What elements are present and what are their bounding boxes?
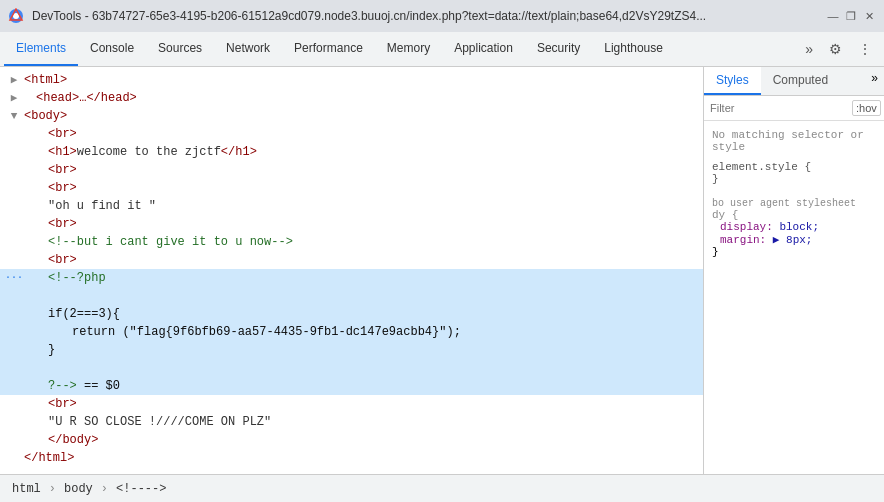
- dom-line[interactable]: <br>: [0, 125, 703, 143]
- dom-line[interactable]: "oh u find it ": [0, 197, 703, 215]
- dom-line-php-open[interactable]: ··· <!--?php: [0, 269, 703, 287]
- tab-styles[interactable]: Styles: [704, 67, 761, 95]
- tab-performance[interactable]: Performance: [282, 32, 375, 66]
- dom-line-gutter: ···: [4, 269, 24, 287]
- dom-line-php-end[interactable]: ?--> == $0: [0, 377, 703, 395]
- dom-line[interactable]: ▶ <head>…</head>: [0, 89, 703, 107]
- ua-prop1-value: block;: [779, 221, 819, 233]
- tab-network[interactable]: Network: [214, 32, 282, 66]
- ua-rule: dy { display: block; margin: ▶ 8px; }: [712, 209, 876, 258]
- dom-line-gutter: ▼: [4, 107, 24, 125]
- dom-line-content: ?--> == $0: [24, 377, 699, 395]
- tab-computed[interactable]: Computed: [761, 67, 840, 95]
- ua-header: bo user agent stylesheet: [712, 197, 876, 209]
- tabs-overflow-button[interactable]: »: [797, 41, 821, 57]
- ua-label: bo user agent stylesheet: [712, 198, 856, 209]
- dom-line-content: <br>: [24, 179, 699, 197]
- dom-line-content: <body>: [24, 107, 699, 125]
- styles-filter-bar: :hov .cls +: [704, 96, 884, 121]
- dom-line-blank[interactable]: [0, 287, 703, 305]
- tab-lighthouse[interactable]: Lighthouse: [592, 32, 675, 66]
- dom-line-content: <br>: [24, 251, 699, 269]
- statusbar-body[interactable]: body: [60, 482, 97, 496]
- ua-selector: dy {: [712, 209, 738, 221]
- dom-line-content: </html>: [24, 449, 699, 467]
- dom-line[interactable]: <br>: [0, 395, 703, 413]
- ua-prop2-value: ▶ 8px;: [773, 234, 813, 246]
- ua-rule-body: display: block; margin: ▶ 8px;: [720, 221, 876, 246]
- dom-line-content: <head>…</head>: [24, 89, 699, 107]
- dom-line-content: "oh u find it ": [24, 197, 699, 215]
- element-style-rule: element.style { }: [712, 161, 876, 185]
- ua-prop1-name: display:: [720, 221, 773, 233]
- dom-line[interactable]: <br>: [0, 251, 703, 269]
- more-options-button[interactable]: ⋮: [850, 41, 880, 57]
- chrome-icon: [8, 8, 24, 24]
- dom-line-php-close[interactable]: }: [0, 341, 703, 359]
- statusbar: html › body › <!---->: [0, 474, 884, 502]
- element-style-header: element.style {: [712, 161, 876, 173]
- styles-filter-input[interactable]: [710, 102, 848, 114]
- styles-panel: Styles Computed » :hov .cls + No matchin…: [704, 67, 884, 474]
- dom-line[interactable]: <h1>welcome to the zjctf</h1>: [0, 143, 703, 161]
- dom-line-gutter: ▶: [4, 89, 24, 107]
- styles-more-button[interactable]: »: [865, 67, 884, 95]
- dom-line-content: "U R SO CLOSE !////COME ON PLZ": [24, 413, 699, 431]
- filter-hov-button[interactable]: :hov: [852, 100, 881, 116]
- dom-line-content: return ("flag{9f6bfb69-aa57-4435-9fb1-dc…: [24, 323, 699, 341]
- dom-line-content: <h1>welcome to the zjctf</h1>: [24, 143, 699, 161]
- styles-tabs: Styles Computed »: [704, 67, 884, 96]
- dom-line-php[interactable]: if(2===3){: [0, 305, 703, 323]
- ua-prop2-name: margin:: [720, 234, 766, 246]
- statusbar-comment[interactable]: <!---->: [112, 482, 170, 496]
- dom-line-content: <br>: [24, 125, 699, 143]
- maximize-button[interactable]: ❐: [844, 9, 858, 23]
- devtools-main: ▶ <html> ▶ <head>…</head> ▼ <body> <br> …: [0, 67, 884, 474]
- tab-memory[interactable]: Memory: [375, 32, 442, 66]
- dom-line[interactable]: <!--but i cant give it to u now-->: [0, 233, 703, 251]
- close-button[interactable]: ✕: [862, 9, 876, 23]
- styles-content: No matching selector or style element.st…: [704, 121, 884, 474]
- tab-sources[interactable]: Sources: [146, 32, 214, 66]
- ua-close: }: [712, 246, 876, 258]
- dom-line-content: <br>: [24, 161, 699, 179]
- dom-line[interactable]: <br>: [0, 215, 703, 233]
- window-controls: — ❐ ✕: [826, 9, 876, 23]
- dom-line-content: <br>: [24, 395, 699, 413]
- dom-line-content: <!--?php: [24, 269, 699, 287]
- ua-prop-display: display: block;: [720, 221, 876, 233]
- minimize-button[interactable]: —: [826, 9, 840, 23]
- dom-line-content: <html>: [24, 71, 699, 89]
- tab-console[interactable]: Console: [78, 32, 146, 66]
- dom-line-content: if(2===3){: [24, 305, 699, 323]
- no-match-message: No matching selector or style: [712, 125, 876, 157]
- dom-line[interactable]: <br>: [0, 179, 703, 197]
- dom-line-gutter: ▶: [4, 71, 24, 89]
- devtools-tabs: Elements Console Sources Network Perform…: [0, 32, 884, 67]
- dom-line-content: <br>: [24, 215, 699, 233]
- dom-line-php-flag[interactable]: return ("flag{9f6bfb69-aa57-4435-9fb1-dc…: [0, 323, 703, 341]
- settings-button[interactable]: ⚙: [821, 41, 850, 57]
- titlebar: DevTools - 63b74727-65e3-4195-b206-61512…: [0, 0, 884, 32]
- dom-line[interactable]: ▼ <body>: [0, 107, 703, 125]
- tab-security[interactable]: Security: [525, 32, 592, 66]
- dom-line[interactable]: "U R SO CLOSE !////COME ON PLZ": [0, 413, 703, 431]
- statusbar-html[interactable]: html: [8, 482, 45, 496]
- dom-line-content: </body>: [24, 431, 699, 449]
- dom-line[interactable]: </html>: [0, 449, 703, 467]
- dom-line-content: }: [24, 341, 699, 359]
- dom-line[interactable]: <br>: [0, 161, 703, 179]
- tab-elements[interactable]: Elements: [4, 32, 78, 66]
- window-title: DevTools - 63b74727-65e3-4195-b206-61512…: [32, 9, 818, 23]
- dom-line-blank2[interactable]: [0, 359, 703, 377]
- dom-line[interactable]: </body>: [0, 431, 703, 449]
- dom-line-content: <!--but i cant give it to u now-->: [24, 233, 699, 251]
- ua-prop-margin: margin: ▶ 8px;: [720, 233, 876, 246]
- tab-application[interactable]: Application: [442, 32, 525, 66]
- element-style-close: }: [712, 173, 876, 185]
- dom-line[interactable]: ▶ <html>: [0, 71, 703, 89]
- dom-panel[interactable]: ▶ <html> ▶ <head>…</head> ▼ <body> <br> …: [0, 67, 704, 474]
